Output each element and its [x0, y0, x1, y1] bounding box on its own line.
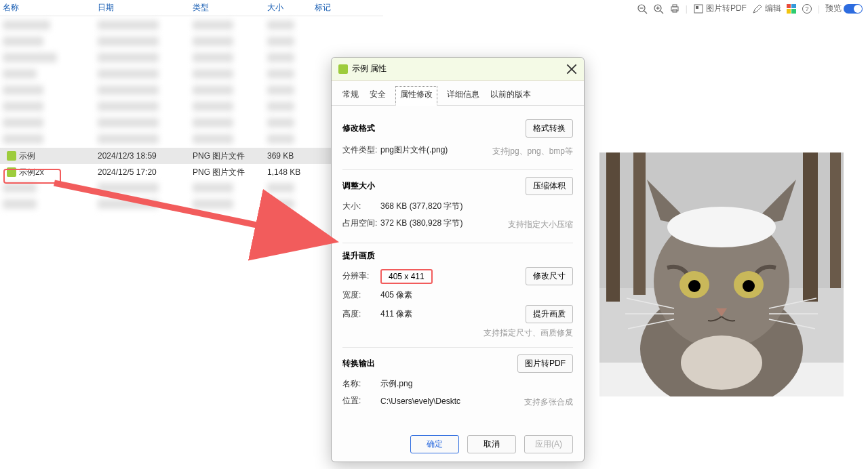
- svg-line-4: [660, 11, 663, 14]
- edit-button[interactable]: 编辑: [752, 3, 781, 14]
- image-file-icon: [7, 151, 16, 161]
- tab-general[interactable]: 常规: [341, 86, 360, 105]
- file-row-blurred[interactable]: [0, 83, 383, 99]
- pdf-icon: [693, 3, 704, 14]
- enhance-quality-button[interactable]: 提升画质: [526, 305, 573, 323]
- cancel-button[interactable]: 取消: [467, 435, 516, 453]
- tab-security[interactable]: 安全: [368, 86, 387, 105]
- resize-hint: 支持指定大小压缩: [462, 219, 573, 230]
- properties-dialog: 示例 属性 常规 安全 属性修改 详细信息 以前的版本 修改格式 格式转换 文件…: [331, 57, 585, 462]
- svg-rect-8: [673, 5, 677, 7]
- file-row-blurred[interactable]: [0, 66, 383, 83]
- section-quality: 提升画质 分辨率: 405 x 411 修改尺寸 宽度: 405 像素 高度: …: [342, 243, 573, 348]
- compress-button[interactable]: 压缩体积: [526, 177, 573, 195]
- output-name-label: 名称:: [342, 378, 380, 390]
- file-list-header: 名称 日期 类型 大小 标记: [0, 0, 383, 16]
- ok-button[interactable]: 确定: [410, 435, 459, 453]
- file-type: PNG 图片文件: [190, 150, 264, 162]
- zoom-out-icon: [637, 3, 648, 14]
- dialog-app-icon: [338, 64, 348, 74]
- svg-point-28: [688, 280, 701, 292]
- col-header-name[interactable]: 名称: [0, 2, 95, 14]
- output-loc-value: C:\Users\evely\Desktc: [380, 396, 460, 406]
- file-row-blurred[interactable]: [0, 131, 383, 148]
- file-name: 示例: [19, 151, 35, 161]
- svg-text:?: ?: [805, 5, 808, 12]
- image-preview: [599, 152, 844, 396]
- height-label: 高度:: [342, 308, 380, 320]
- resolution-label: 分辨率:: [342, 270, 380, 282]
- print-button[interactable]: [669, 3, 680, 14]
- section-resize: 调整大小 压缩体积 大小: 368 KB (377,820 字节) 占用空间: …: [342, 170, 573, 243]
- file-name: 示例2x: [19, 167, 44, 177]
- file-row-blurred[interactable]: [0, 115, 383, 131]
- apps-button[interactable]: [787, 4, 796, 14]
- section-resize-title: 调整大小: [342, 180, 375, 192]
- svg-rect-11: [696, 6, 698, 9]
- output-name-value: 示例.png: [380, 378, 412, 390]
- file-row-blurred[interactable]: [0, 34, 383, 50]
- disk-label: 占用空间:: [342, 218, 380, 229]
- modify-size-button[interactable]: 修改尺寸: [526, 267, 573, 285]
- close-icon: [566, 64, 577, 75]
- col-header-size[interactable]: 大小: [264, 2, 312, 14]
- file-row-blurred[interactable]: [0, 197, 383, 213]
- resolution-value: 405 x 411: [389, 272, 425, 281]
- image-file-icon: [7, 167, 16, 177]
- svg-rect-16: [606, 152, 620, 302]
- file-row-blurred[interactable]: [0, 180, 383, 197]
- help-button[interactable]: ?: [802, 3, 812, 14]
- file-date: 2024/12/3 18:59: [95, 151, 190, 161]
- image-to-pdf-button[interactable]: 图片转PDF: [693, 3, 747, 14]
- image-to-pdf-label: 图片转PDF: [706, 3, 747, 14]
- file-row-blurred[interactable]: [0, 99, 383, 115]
- output-hint: 支持多张合成: [460, 396, 573, 408]
- width-label: 宽度:: [342, 289, 380, 301]
- file-size: 369 KB: [264, 151, 312, 161]
- svg-rect-17: [633, 152, 646, 295]
- file-type: PNG 图片文件: [190, 167, 264, 178]
- file-row-example[interactable]: 示例 2024/12/3 18:59 PNG 图片文件 369 KB: [0, 148, 383, 164]
- svg-point-25: [667, 207, 776, 247]
- width-value: 405 像素: [380, 289, 412, 301]
- preview-toggle[interactable]: 预览: [825, 3, 863, 14]
- format-hint: 支持jpg、png、bmp等: [448, 146, 573, 157]
- zoom-in-icon: [653, 3, 664, 14]
- svg-rect-19: [830, 152, 841, 288]
- col-header-date[interactable]: 日期: [95, 2, 190, 14]
- height-value: 411 像素: [380, 308, 412, 320]
- zoom-out-button[interactable]: [637, 3, 648, 14]
- file-date: 2024/12/5 17:20: [95, 167, 190, 177]
- tab-details[interactable]: 详细信息: [446, 86, 481, 105]
- tab-previous-versions[interactable]: 以前的版本: [489, 86, 532, 105]
- print-icon: [669, 3, 680, 14]
- section-output: 转换输出 图片转PDF 名称: 示例.png 位置: C:\Users\evel…: [342, 348, 573, 420]
- output-loc-label: 位置:: [342, 395, 380, 407]
- file-row-example2x[interactable]: 示例2x 2024/12/5 17:20 PNG 图片文件 1,148 KB: [0, 164, 383, 180]
- dialog-title-text: 示例 属性: [352, 63, 566, 75]
- output-pdf-button[interactable]: 图片转PDF: [517, 354, 573, 373]
- edit-label: 编辑: [765, 3, 781, 14]
- col-header-tag[interactable]: 标记: [312, 2, 353, 14]
- zoom-in-button[interactable]: [653, 3, 664, 14]
- resolution-value-highlight: 405 x 411: [380, 269, 433, 284]
- svg-point-29: [743, 280, 755, 292]
- section-output-title: 转换输出: [342, 358, 375, 369]
- dialog-tabs: 常规 安全 属性修改 详细信息 以前的版本: [332, 81, 584, 106]
- tab-attribute-modify[interactable]: 属性修改: [395, 86, 437, 106]
- file-row-blurred[interactable]: [0, 50, 383, 66]
- edit-icon: [752, 3, 763, 14]
- dialog-titlebar[interactable]: 示例 属性: [332, 58, 584, 81]
- quality-hint: 支持指定尺寸、画质修复: [342, 327, 573, 339]
- section-format: 修改格式 格式转换 文件类型: png图片文件(.png) 支持jpg、png、…: [342, 113, 573, 170]
- col-header-type[interactable]: 类型: [190, 2, 264, 14]
- apply-button[interactable]: 应用(A): [524, 435, 573, 453]
- preview-label: 预览: [825, 3, 842, 14]
- preview-toolbar: | 图片转PDF 编辑 ? | 预览: [637, 3, 863, 14]
- svg-line-1: [644, 11, 647, 14]
- format-convert-button[interactable]: 格式转换: [526, 119, 573, 138]
- close-button[interactable]: [566, 64, 577, 75]
- size-label: 大小:: [342, 201, 380, 212]
- file-row-blurred[interactable]: [0, 18, 383, 34]
- apps-icon: [787, 4, 796, 14]
